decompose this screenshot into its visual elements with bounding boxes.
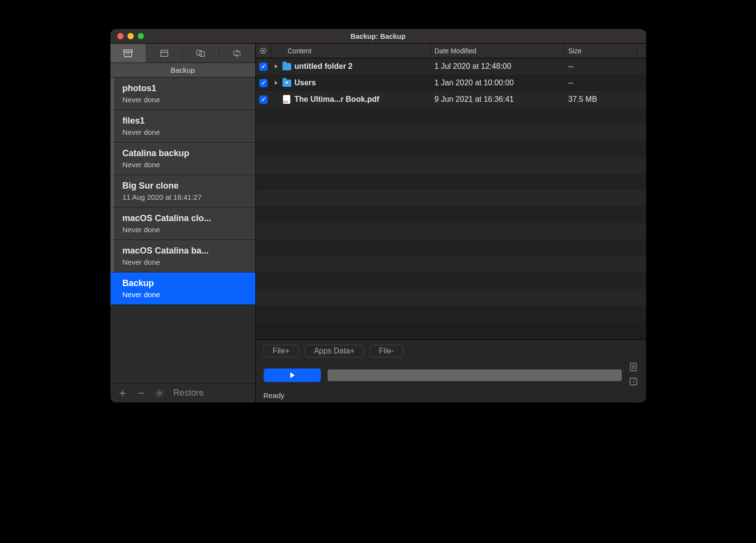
row-checkbox[interactable]: ✓ bbox=[259, 96, 268, 104]
task-name: Catalina backup bbox=[123, 148, 249, 159]
table-row-empty bbox=[256, 240, 646, 256]
zoom-window-button[interactable] bbox=[138, 33, 144, 39]
main-pane: Content Date Modified Size ✓untitled fol… bbox=[256, 44, 646, 402]
chevron-right-icon bbox=[274, 64, 279, 69]
task-item[interactable]: macOS Catalina ba...Never done bbox=[110, 240, 255, 272]
task-status: Never done bbox=[123, 96, 249, 104]
disclosure-triangle[interactable] bbox=[271, 80, 281, 85]
overlap-squares-icon bbox=[195, 49, 206, 58]
minimize-window-button[interactable] bbox=[127, 33, 134, 39]
remove-task-button[interactable] bbox=[137, 389, 145, 398]
table-row-empty bbox=[256, 272, 646, 289]
table-row-empty bbox=[256, 157, 646, 174]
table-row-empty bbox=[256, 141, 646, 157]
column-header: Content Date Modified Size bbox=[256, 44, 646, 58]
row-date: 1 Jul 2020 at 12:48:00 bbox=[431, 62, 565, 71]
task-item[interactable]: Catalina backupNever done bbox=[110, 143, 255, 175]
file-remove-button[interactable]: File- bbox=[370, 345, 403, 357]
table-row[interactable]: ✓The Ultima...r Book.pdf9 Jun 2021 at 16… bbox=[256, 91, 646, 108]
task-list: photos1Never donefiles1Never doneCatalin… bbox=[110, 78, 255, 383]
column-header-checkbox[interactable] bbox=[256, 44, 271, 58]
sidebar-header: Backup bbox=[110, 63, 255, 78]
file-pdf-icon bbox=[283, 95, 290, 104]
chevron-right-icon bbox=[274, 80, 279, 85]
task-name: macOS Catalina ba... bbox=[123, 246, 249, 256]
run-button[interactable] bbox=[264, 368, 321, 382]
settings-button[interactable] bbox=[155, 389, 164, 398]
task-name: files1 bbox=[123, 116, 249, 126]
table-row-empty bbox=[256, 108, 646, 124]
task-status: Never done bbox=[123, 128, 249, 136]
task-item[interactable]: files1Never done bbox=[110, 110, 255, 143]
table-row[interactable]: ✓Users1 Jan 2020 at 10:00:00-- bbox=[256, 75, 646, 91]
svg-rect-1 bbox=[125, 52, 132, 57]
task-name: Big Sur clone bbox=[123, 181, 249, 191]
table-row-empty bbox=[256, 223, 646, 240]
add-task-button[interactable] bbox=[118, 389, 127, 398]
row-name: Users bbox=[293, 79, 431, 87]
disclosure-triangle[interactable] bbox=[271, 64, 281, 69]
table-row-empty bbox=[256, 174, 646, 190]
row-checkbox[interactable]: ✓ bbox=[259, 63, 268, 71]
row-date: 9 Jun 2021 at 16:36:41 bbox=[431, 95, 565, 104]
table-row-empty bbox=[256, 190, 646, 207]
box-icon bbox=[159, 49, 170, 58]
table-row-empty bbox=[256, 207, 646, 223]
status-text: Ready bbox=[264, 391, 638, 399]
folder-icon bbox=[283, 63, 291, 70]
row-size: -- bbox=[565, 79, 637, 87]
task-item[interactable]: photos1Never done bbox=[110, 78, 255, 110]
task-status: Never done bbox=[123, 160, 249, 169]
column-header-content[interactable]: Content bbox=[271, 44, 431, 58]
column-header-date[interactable]: Date Modified bbox=[431, 44, 565, 58]
schedule-button[interactable] bbox=[629, 377, 638, 388]
app-window: Backup: Backup Backup photos1Never donef… bbox=[110, 29, 646, 402]
row-checkbox[interactable]: ✓ bbox=[259, 79, 268, 87]
sync-arrows-icon bbox=[232, 49, 242, 58]
clock-icon bbox=[629, 377, 638, 386]
row-size: 37.5 MB bbox=[565, 95, 637, 104]
svg-point-10 bbox=[158, 392, 160, 394]
task-name: macOS Catalina clo... bbox=[123, 213, 249, 224]
traffic-lights bbox=[117, 33, 144, 39]
play-icon bbox=[289, 372, 296, 379]
row-size: -- bbox=[565, 62, 637, 71]
gear-icon bbox=[155, 389, 164, 398]
task-name: Backup bbox=[123, 278, 249, 288]
svg-point-12 bbox=[263, 50, 264, 51]
column-header-size[interactable]: Size bbox=[565, 44, 637, 58]
minus-icon bbox=[137, 389, 145, 398]
task-name: photos1 bbox=[123, 83, 249, 94]
task-item[interactable]: macOS Catalina clo...Never done bbox=[110, 208, 255, 240]
restore-button[interactable]: Restore bbox=[173, 388, 204, 398]
file-table: ✓untitled folder 21 Jul 2020 at 12:48:00… bbox=[256, 58, 646, 339]
view-tab-tasks[interactable] bbox=[110, 44, 147, 63]
view-tab-compare[interactable] bbox=[183, 44, 219, 63]
task-status: Never done bbox=[123, 258, 249, 266]
svg-rect-5 bbox=[197, 50, 202, 55]
table-row[interactable]: ✓untitled folder 21 Jul 2020 at 12:48:00… bbox=[256, 58, 646, 75]
view-tab-sync[interactable] bbox=[219, 44, 255, 63]
apps-data-add-button[interactable]: Apps Data+ bbox=[305, 345, 364, 357]
svg-rect-3 bbox=[161, 50, 168, 56]
file-add-button[interactable]: File+ bbox=[264, 345, 299, 357]
plus-icon bbox=[118, 389, 127, 398]
svg-rect-6 bbox=[200, 51, 205, 56]
view-tab-logs[interactable] bbox=[146, 44, 183, 63]
close-window-button[interactable] bbox=[117, 33, 124, 39]
document-icon bbox=[629, 362, 638, 372]
task-item[interactable]: Big Sur clone11 Aug 2020 at 16:41:27 bbox=[110, 175, 255, 208]
side-icons bbox=[629, 362, 638, 388]
sidebar-footer: Restore bbox=[110, 383, 255, 402]
titlebar: Backup: Backup bbox=[110, 29, 646, 44]
table-row-empty bbox=[256, 289, 646, 305]
task-item[interactable]: BackupNever done bbox=[110, 272, 255, 305]
table-row-empty bbox=[256, 124, 646, 141]
log-button[interactable] bbox=[629, 362, 638, 374]
table-row-empty bbox=[256, 305, 646, 322]
task-status: Never done bbox=[123, 225, 249, 234]
row-date: 1 Jan 2020 at 10:00:00 bbox=[431, 79, 565, 87]
sidebar: Backup photos1Never donefiles1Never done… bbox=[110, 44, 256, 402]
target-icon bbox=[260, 48, 267, 54]
progress-bar bbox=[328, 369, 622, 381]
